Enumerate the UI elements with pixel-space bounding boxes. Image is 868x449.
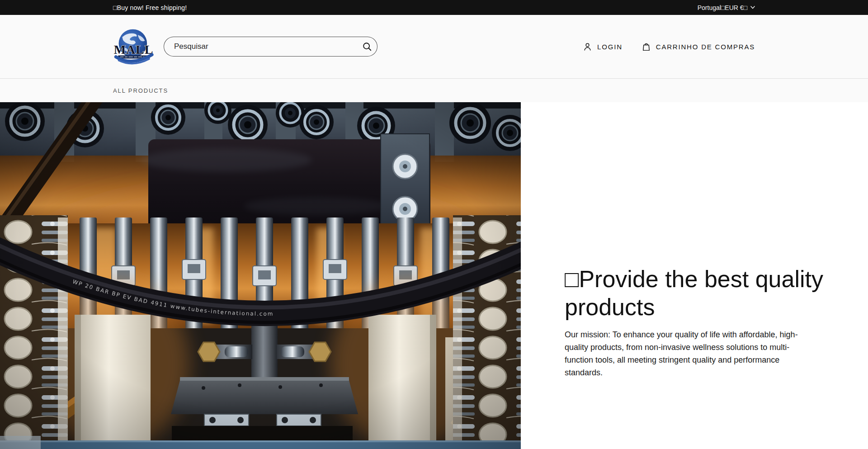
login-label: LOGIN [597, 43, 623, 51]
shopping-bag-icon [642, 42, 651, 52]
header-actions: LOGIN CARRINHO DE COMPRAS [583, 42, 755, 52]
hero-body-line: Our mission: To enhance your quality of … [565, 328, 850, 341]
globe-logo-icon: MALL [113, 27, 156, 66]
login-link[interactable]: LOGIN [583, 42, 623, 52]
cart-label: CARRINHO DE COMPRAS [656, 43, 755, 51]
store-logo[interactable]: MALL [113, 27, 156, 66]
person-icon [583, 42, 592, 52]
site-header: MALL [0, 15, 868, 79]
hero-heading: □Provide the best quality products [565, 265, 850, 321]
nav-item-all-products[interactable]: ALL PRODUCTS [113, 87, 168, 94]
search-bar [164, 37, 377, 57]
hero-body-text: Our mission: To enhance your quality of … [565, 328, 850, 379]
hero-heading-line-2: products [565, 293, 850, 321]
search-icon [362, 42, 372, 52]
hero-body-line: quality products, from non-invasive well… [565, 341, 850, 354]
announcement-bar: □Buy now! Free shipping! Portugal□EUR €□ [0, 0, 868, 15]
hero-copy: □Provide the best quality products Our m… [521, 102, 868, 449]
chevron-down-icon [750, 6, 755, 9]
search-button[interactable] [359, 38, 375, 55]
announcement-message: □Buy now! Free shipping! [113, 4, 187, 11]
locale-currency-label: Portugal□EUR €□ [698, 4, 747, 11]
hero-section: WP 20 BAR BP EV BAD 4911 www.tubes-inter… [0, 102, 868, 449]
hero-heading-line-1: □Provide the best quality [565, 265, 850, 293]
hero-body-line: function tools, all meeting stringent qu… [565, 354, 850, 366]
main-navigation: ALL PRODUCTS [0, 79, 868, 102]
locale-currency-selector[interactable]: Portugal□EUR €□ [698, 4, 755, 11]
search-input[interactable] [164, 37, 377, 57]
hero-image-illustration: WP 20 BAR BP EV BAD 4911 www.tubes-inter… [0, 102, 521, 449]
cart-link[interactable]: CARRINHO DE COMPRAS [642, 42, 755, 52]
hero-body-line: standards. [565, 366, 850, 379]
hero-image: WP 20 BAR BP EV BAD 4911 www.tubes-inter… [0, 102, 521, 449]
logo-wordmark: MALL [114, 43, 154, 57]
